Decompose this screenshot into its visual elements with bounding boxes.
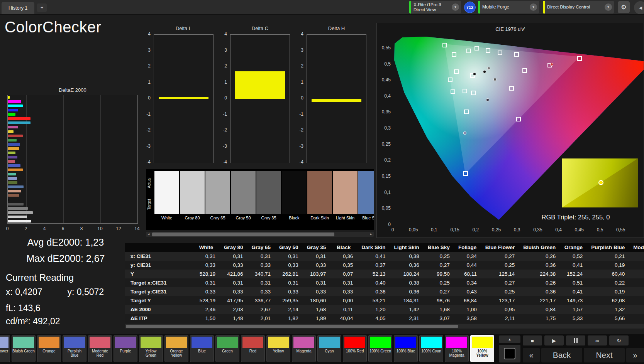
patch-button[interactable]: 100% Blue	[394, 335, 418, 362]
gridline	[307, 115, 366, 115]
table-cell: 0,84	[519, 305, 560, 314]
forward-button[interactable]: »	[626, 348, 644, 362]
chevron-down-icon[interactable]: ▼	[452, 3, 459, 11]
table-cell: 0,25	[424, 278, 454, 287]
column-header: Dark Skin	[357, 243, 390, 252]
swatch-item: Gray 80	[180, 171, 205, 222]
patch-button[interactable]: Red	[241, 335, 265, 362]
prev-button[interactable]: «	[523, 348, 540, 362]
scroll-right-icon[interactable]: ►	[368, 232, 374, 237]
tab-history-1[interactable]: History 1	[2, 2, 34, 14]
scroll-left-icon[interactable]: ◄	[146, 232, 151, 237]
patch-button[interactable]: Moderate Red	[88, 335, 112, 362]
table-cell: 0,36	[519, 287, 560, 296]
deltae-bar	[8, 139, 17, 142]
pause-button[interactable]	[566, 335, 585, 345]
table-cell: 2,11	[481, 314, 519, 323]
y-tick-label: 3	[217, 47, 227, 53]
workflow-dropdown[interactable]: Mobile Forge ▼	[478, 1, 539, 13]
table-row: x: CIE310,310,310,310,310,310,360,410,38…	[125, 252, 644, 261]
chevron-down-icon[interactable]: ▼	[530, 3, 537, 11]
x-tick-label: 8	[78, 226, 85, 231]
meter-dropdown[interactable]: X-Rite i1Pro 3 Direct View ▼	[409, 1, 461, 13]
patch-button[interactable]: Yellow	[266, 335, 290, 362]
gridline	[230, 99, 290, 99]
swatch-scrollbar[interactable]: ◄ ►	[146, 232, 374, 237]
patch-button[interactable]: Blue	[190, 335, 214, 362]
patch-button[interactable]: 100% Magenta	[445, 335, 469, 362]
gridline	[230, 115, 290, 115]
y-tick-label: -4	[141, 159, 151, 165]
infinity-button[interactable]: ∞	[588, 335, 607, 345]
table-cell: 0,34	[454, 252, 481, 261]
table-cell: 0,00	[330, 296, 357, 305]
y-tick-label: 3	[141, 47, 151, 53]
table-cell: 0,11	[330, 305, 357, 314]
expand-patch-list-button[interactable]: ▲	[499, 335, 520, 343]
scrollbar-thumb[interactable]	[126, 325, 458, 328]
deltae-bar	[8, 96, 10, 99]
current-cdm2: cd/m²: 492,02	[6, 316, 60, 327]
y-tick-label: -1	[141, 111, 151, 117]
patch-button[interactable]: Magenta	[292, 335, 316, 362]
deltae-bar	[8, 177, 17, 180]
measurement-count-badge[interactable]: 712	[464, 2, 476, 13]
table-cell: 0,33	[330, 287, 357, 296]
column-header: Foliage	[454, 243, 481, 252]
swatch-label: White	[154, 216, 179, 222]
table-cell: 183,97	[303, 270, 330, 278]
patch-button[interactable]: Yellow Green	[139, 335, 163, 362]
add-tab-button[interactable]: +	[37, 3, 47, 12]
patch-button[interactable]: 100% Green	[368, 335, 392, 362]
swatch-color	[256, 171, 281, 214]
repeat-button[interactable]: ↻	[609, 335, 629, 345]
display-control-dropdown[interactable]: Direct Display Control ▼	[543, 1, 614, 13]
x-tick-label: 0,55	[615, 227, 627, 233]
deltae-bars	[8, 96, 137, 222]
patch-button[interactable]: 100% Red	[343, 335, 367, 362]
table-row: Target Y528,19417,95336,77259,35180,600,…	[125, 296, 644, 305]
scrollbar-thumb[interactable]	[152, 233, 334, 236]
table-cell: 52,13	[357, 270, 390, 278]
y-tick-label: 1	[293, 79, 303, 85]
swatch-item: White	[154, 171, 179, 222]
stop-icon: ■	[531, 338, 534, 344]
settings-button[interactable]: ⚙	[618, 1, 630, 13]
table-cell: 0,51	[560, 278, 587, 287]
table-scrollbar[interactable]	[125, 324, 644, 329]
stop-button[interactable]: ■	[523, 335, 542, 345]
page-title: ColorChecker	[5, 19, 102, 36]
chevron-down-icon[interactable]: ▼	[605, 3, 612, 11]
table-cell: 125,14	[481, 270, 519, 278]
swatch-item: Dark Skin	[307, 171, 332, 222]
deltae-bar	[8, 135, 23, 137]
patch-button[interactable]: Blue Flower	[0, 335, 10, 362]
table-cell: 528,19	[193, 270, 220, 278]
swatch-label: Dark Skin	[307, 216, 332, 222]
patch-color	[446, 337, 467, 348]
patch-button[interactable]: Cyan	[317, 335, 341, 362]
table-cell: 0,33	[247, 287, 275, 296]
play-button[interactable]: ▶	[544, 335, 564, 345]
collapse-panel-button[interactable]: ◀	[634, 1, 644, 14]
row-label: ΔE ITP	[125, 314, 193, 323]
patch-button[interactable]: Orange Yellow	[164, 335, 188, 362]
table-cell: 62,08	[587, 296, 629, 305]
table-cell: 0,27	[424, 287, 454, 296]
patch-button[interactable]: 100% Cyan	[419, 335, 443, 362]
target-row-label: Target	[147, 193, 153, 216]
patch-button[interactable]: Bluish Green	[12, 335, 36, 362]
patch-button[interactable]: Purple	[114, 335, 137, 362]
patch-button[interactable]: 100% Yellow	[470, 335, 494, 362]
patch-label: 100% Magenta	[445, 349, 468, 357]
pause-icon	[574, 338, 575, 343]
patch-color	[370, 337, 391, 348]
table-cell: 1,57	[560, 305, 587, 314]
patch-button[interactable]: Purplish Blue	[63, 335, 86, 362]
pattern-window-button[interactable]	[499, 345, 520, 362]
patch-button[interactable]: Green	[215, 335, 239, 362]
patch-button[interactable]: Orange	[37, 335, 61, 362]
next-button[interactable]: Next	[584, 348, 625, 362]
display-control-label: Direct Display Control	[545, 5, 605, 10]
back-button[interactable]: Back	[541, 348, 582, 362]
